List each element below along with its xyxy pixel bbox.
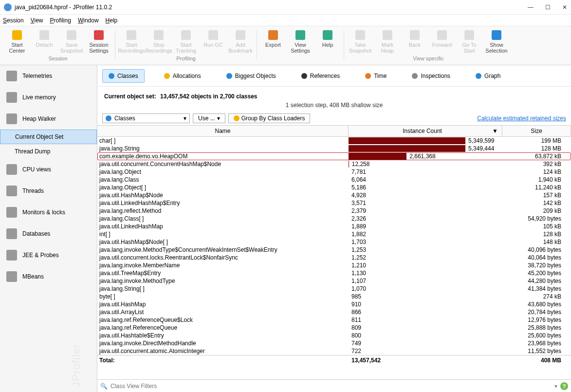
table-row[interactable]: java.lang.reflect.Method2,379209 kB xyxy=(97,207,571,215)
sidebar-item-threads[interactable]: Threads xyxy=(0,180,97,202)
class-table[interactable]: Name Instance Count ▼ Size char[ ]5,349,… xyxy=(97,125,571,379)
class-name: java.lang.Object xyxy=(97,168,349,175)
table-row[interactable]: java.lang.invoke.MethodType$ConcurrentWe… xyxy=(97,246,571,254)
menu-view[interactable]: View xyxy=(31,17,43,24)
table-row[interactable]: java.util.HashMap$Node[ ]1,703148 kB xyxy=(97,238,571,246)
size-value: 142 kB xyxy=(502,200,571,206)
forward-icon xyxy=(436,29,448,41)
total-label: Total: xyxy=(97,357,349,364)
menu-profiling[interactable]: Profiling xyxy=(50,17,71,24)
table-row[interactable]: java.lang.ref.ReferenceQueue80925,888 by… xyxy=(97,324,571,332)
sidebar-item-telemetries[interactable]: Telemetries xyxy=(0,65,97,87)
tab-classes[interactable]: Classes xyxy=(102,69,145,83)
table-row[interactable]: java.util.LinkedHashMap$Entry3,571142 kB xyxy=(97,199,571,207)
table-row[interactable]: java.util.ArrayList86620,784 bytes xyxy=(97,308,571,316)
sidebar-item-jee-probes[interactable]: JEE & Probes xyxy=(0,244,97,266)
total-row: Total: 13,457,542 408 MB xyxy=(97,355,571,365)
sidebar-item-heap-walker[interactable]: Heap Walker xyxy=(0,108,97,130)
sidebar-item-monitors-locks[interactable]: Monitors & locks xyxy=(0,202,97,223)
table-row[interactable]: char[ ]5,349,599199 MB xyxy=(97,137,571,145)
size-value: 1,940 kB xyxy=(502,176,571,183)
help-label: Help xyxy=(322,42,333,48)
start-recordings-button: StartRecordings xyxy=(118,28,145,55)
filter-bar: 🔍 ▾ ? xyxy=(97,379,571,392)
minimize-icon[interactable]: — xyxy=(528,4,534,11)
table-row[interactable]: java.util.concurrent.ConcurrentHashMap$N… xyxy=(97,160,571,168)
instance-count-cell: 5,349,599 xyxy=(349,137,502,144)
stop-recordings-label: StopRecordings xyxy=(145,42,172,54)
tab-time[interactable]: Time xyxy=(359,70,392,82)
aggregation-selector[interactable]: Classes ▾ xyxy=(102,113,190,123)
table-row[interactable]: java.lang.Object7,781124 kB xyxy=(97,168,571,176)
summary-value: 13,457,542 objects in 2,700 classes xyxy=(160,93,257,100)
threads-icon xyxy=(6,185,18,197)
sidebar-item-label: MBeans xyxy=(22,273,44,280)
help-icon[interactable]: ? xyxy=(560,382,568,390)
close-icon[interactable]: ✕ xyxy=(562,4,567,11)
start-center-icon xyxy=(11,29,23,41)
start-center-button[interactable]: StartCenter xyxy=(4,28,30,55)
sidebar-item-databases[interactable]: Databases xyxy=(0,223,97,244)
view-settings-button[interactable]: ViewSettings xyxy=(287,28,313,55)
table-row[interactable]: java.lang.invoke.MemberName1,21038,720 b… xyxy=(97,261,571,269)
table-row[interactable]: java.util.TreeMap$Entry1,13045,200 bytes xyxy=(97,269,571,277)
classes-icon xyxy=(109,73,114,79)
table-row[interactable]: java.util.concurrent.atomic.AtomicIntege… xyxy=(97,347,571,355)
instance-count: 12,258 xyxy=(349,161,370,168)
instance-count: 2,379 xyxy=(349,207,366,214)
sidebar-item-thread-dump[interactable]: Thread Dump xyxy=(0,144,97,159)
instance-count-cell: 811 xyxy=(349,317,502,323)
class-name: java.util.LinkedHashMap$Entry xyxy=(97,200,349,206)
instance-count-cell: 809 xyxy=(349,324,502,331)
table-row[interactable]: java.lang.Class[ ]2,32654,920 bytes xyxy=(97,215,571,223)
tab-biggest-objects[interactable]: Biggest Objects xyxy=(221,70,282,82)
chevron-down-icon[interactable]: ▾ xyxy=(554,383,557,390)
menubar: SessionViewProfilingWindowHelp xyxy=(0,15,571,26)
table-row[interactable]: int[ ]1,882128 kB xyxy=(97,230,571,238)
table-row[interactable]: java.util.HashMap$Node4,928157 kB xyxy=(97,191,571,199)
table-row[interactable]: com.example.demo.vo.HeapOOM2,661,36863,8… xyxy=(97,152,571,160)
table-row[interactable]: java.lang.Class6,0641,940 kB xyxy=(97,176,571,184)
column-name[interactable]: Name xyxy=(97,126,349,136)
tab-label: Time xyxy=(374,73,387,79)
table-row[interactable]: java.lang.Object[ ]5,18611,240 kB xyxy=(97,184,571,191)
start-tracking-icon xyxy=(180,29,192,41)
export-button[interactable]: Export xyxy=(260,28,286,55)
table-row[interactable]: java.lang.String[ ]1,07041,384 bytes xyxy=(97,285,571,293)
sidebar-item-mbeans[interactable]: MBeans xyxy=(0,266,97,287)
tab-inspections[interactable]: Inspections xyxy=(406,70,456,82)
tab-graph[interactable]: Graph xyxy=(470,70,506,82)
column-instance-count[interactable]: Instance Count ▼ xyxy=(349,126,502,136)
column-size[interactable]: Size xyxy=(502,126,571,136)
menu-session[interactable]: Session xyxy=(3,17,24,24)
maximize-icon[interactable]: ☐ xyxy=(545,4,551,11)
sidebar-item-current-object-set[interactable]: Current Object Set xyxy=(0,130,97,144)
session-settings-button[interactable]: SessionSettings xyxy=(86,28,112,55)
tab-allocations[interactable]: Allocations xyxy=(158,70,207,82)
instance-count-cell: 1,107 xyxy=(349,278,502,284)
menu-help[interactable]: Help xyxy=(106,17,118,24)
table-row[interactable]: java.lang.invoke.DirectMethodHandle74923… xyxy=(97,339,571,347)
table-row[interactable]: java.lang.invoke.MethodType1,10744,280 b… xyxy=(97,277,571,285)
class-filter-input[interactable] xyxy=(111,383,552,390)
help-button[interactable]: Help xyxy=(314,28,341,55)
size-value: 11,552 bytes xyxy=(502,348,571,355)
use-button[interactable]: Use ...▾ xyxy=(193,113,225,123)
table-row[interactable]: java.util.Hashtable$Entry80025,600 bytes xyxy=(97,332,571,339)
tab-references[interactable]: References xyxy=(295,70,346,82)
table-row[interactable]: byte[ ]985274 kB xyxy=(97,293,571,300)
table-row[interactable]: java.util.HashMap91043,680 bytes xyxy=(97,300,571,308)
table-row[interactable]: java.util.LinkedHashMap1,889105 kB xyxy=(97,223,571,230)
show-selection-button[interactable]: ShowSelection xyxy=(483,28,510,55)
table-row[interactable]: java.lang.String5,349,444128 MB xyxy=(97,145,571,152)
table-row[interactable]: java.lang.ref.ReferenceQueue$Lock81112,9… xyxy=(97,316,571,324)
calculate-retained-link[interactable]: Calculate estimated retained sizes xyxy=(477,115,566,122)
group-by-button[interactable]: Group By Class Loaders xyxy=(228,113,311,123)
sidebar-item-live-memory[interactable]: Live memory xyxy=(0,87,97,108)
back-label: Back xyxy=(409,42,421,48)
instance-count-cell: 1,070 xyxy=(349,285,502,292)
take-snapshot-label: TakeSnapshot xyxy=(349,42,371,54)
sidebar-item-cpu-views[interactable]: CPU views xyxy=(0,159,97,180)
menu-window[interactable]: Window xyxy=(78,17,99,24)
table-row[interactable]: java.util.concurrent.locks.ReentrantLock… xyxy=(97,254,571,261)
